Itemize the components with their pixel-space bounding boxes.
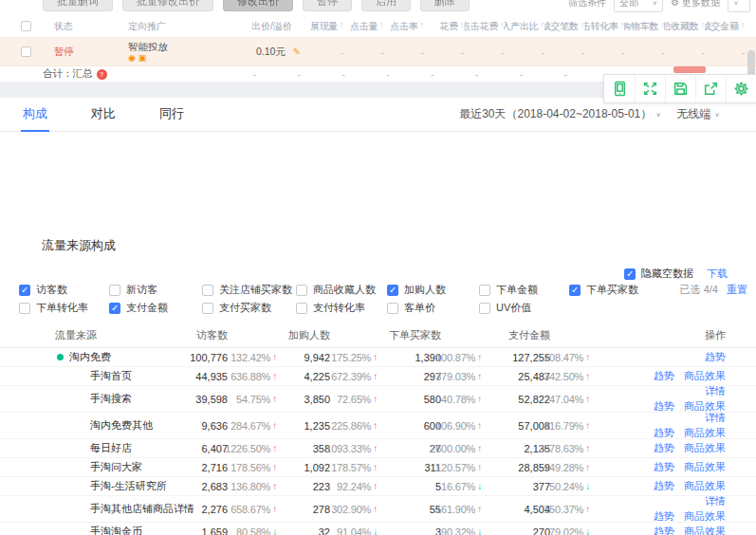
- chevron-down-icon: ∨: [655, 111, 661, 118]
- checkbox-icon[interactable]: [109, 285, 120, 296]
- ad-toolbar-button[interactable]: 修改出价: [223, 0, 293, 11]
- checkbox-icon[interactable]: [19, 303, 30, 314]
- metric-checkbox-item[interactable]: UV价值: [479, 301, 569, 315]
- pay-value: 28,859: [482, 462, 550, 473]
- op-link[interactable]: 趋势: [654, 441, 674, 455]
- image-tag-icon[interactable]: ▣: [138, 54, 147, 63]
- op-link[interactable]: 商品效果: [684, 369, 726, 383]
- checkbox-icon[interactable]: [479, 303, 490, 314]
- checkbox-icon[interactable]: [387, 303, 398, 314]
- tab-compare[interactable]: 对比: [91, 98, 116, 132]
- checkbox-icon[interactable]: [569, 285, 581, 296]
- ad-column-header[interactable]: 展现量↑: [304, 20, 343, 33]
- op-link[interactable]: 商品效果: [684, 426, 726, 440]
- more-data-label: ⚙ 更多数据: [671, 0, 720, 9]
- select-all-checkbox[interactable]: [21, 21, 31, 31]
- hide-empty-checkbox[interactable]: [624, 268, 636, 280]
- ad-column-header[interactable]: 投入产出比↑: [504, 20, 544, 33]
- help-icon[interactable]: ?: [97, 69, 107, 80]
- op-link[interactable]: 详情: [705, 494, 726, 508]
- plan-name[interactable]: 智能投放: [128, 42, 213, 52]
- checkbox-icon[interactable]: [202, 285, 213, 296]
- op-link[interactable]: 趋势: [654, 509, 674, 524]
- ad-toolbar-button[interactable]: 启用: [361, 0, 411, 11]
- cart-value: 32: [277, 526, 330, 535]
- visitors-value: 6,407: [152, 443, 228, 454]
- op-link[interactable]: 趋势: [654, 369, 674, 383]
- section-title: 流量来源构成: [42, 237, 116, 254]
- collapse-select[interactable]: ∨: [728, 0, 750, 12]
- metric-checkbox-item[interactable]: 客单价: [387, 301, 479, 315]
- play-circle-icon[interactable]: ◉: [128, 54, 136, 63]
- filter-select[interactable]: 全部 ∨: [614, 0, 663, 12]
- metric-checkbox-item[interactable]: 商品收藏人数: [296, 283, 387, 297]
- checkbox-icon[interactable]: [202, 303, 213, 314]
- reset-link[interactable]: 重置: [727, 284, 747, 295]
- checkbox-icon[interactable]: [296, 303, 307, 314]
- edit-pencil-icon[interactable]: ✎: [293, 46, 301, 57]
- fullscreen-icon[interactable]: [635, 75, 665, 102]
- tab-peers[interactable]: 同行: [159, 98, 184, 132]
- metric-checkbox-item[interactable]: 新访客: [109, 283, 202, 297]
- metric-checkbox-item[interactable]: 加购人数: [387, 283, 479, 297]
- background-red-button-fragment: [673, 66, 706, 73]
- checkbox-icon[interactable]: [479, 285, 490, 296]
- op-link[interactable]: 商品效果: [684, 479, 726, 493]
- ad-column-header[interactable]: 花费↑: [424, 20, 464, 33]
- visitors-value: 1,659: [152, 526, 228, 535]
- op-link[interactable]: 趋势: [705, 350, 726, 364]
- op-link[interactable]: 趋势: [654, 525, 674, 535]
- op-link[interactable]: 详情: [705, 411, 726, 425]
- metric-checkbox-item[interactable]: 支付金额: [109, 301, 202, 315]
- ad-toolbar-button[interactable]: 批量删词: [43, 0, 113, 11]
- date-range-select[interactable]: 最近30天（2018-04-02~2018-05-01） ∨: [459, 106, 661, 122]
- checkbox-icon[interactable]: [387, 285, 398, 296]
- checkbox-icon[interactable]: [296, 285, 307, 296]
- export-icon[interactable]: [695, 75, 726, 102]
- pay-value: 52,822: [482, 394, 550, 405]
- save-icon[interactable]: [665, 75, 695, 102]
- ad-toolbar-button[interactable]: 暂停: [303, 0, 352, 11]
- pay-value: 57,008: [482, 420, 550, 432]
- metric-checkbox-item[interactable]: 支付买家数: [202, 301, 296, 315]
- tab-composition[interactable]: 构成: [23, 98, 47, 132]
- ad-column-header[interactable]: 平均点击花费↑: [464, 20, 504, 33]
- ad-toolbar-button[interactable]: 批量修改出价: [122, 0, 213, 11]
- settings-icon[interactable]: [726, 75, 756, 102]
- metric-checkbox-item[interactable]: 下单买家数: [569, 283, 673, 297]
- ad-column-header[interactable]: 点击转化率↑: [584, 20, 624, 33]
- metric-checkbox-item[interactable]: 下单转化率: [19, 301, 109, 315]
- op-link[interactable]: 商品效果: [684, 441, 726, 455]
- pay-value: 127,255: [482, 352, 550, 363]
- traffic-table-header: 流量来源 访客数 加购人数 下单买家数 支付金额 操作: [0, 323, 756, 348]
- op-link[interactable]: 详情: [705, 384, 726, 398]
- visitors-value: 100,776: [152, 352, 228, 363]
- ad-column-header[interactable]: 总购物车数↑: [624, 20, 664, 33]
- table-row: 淘内免费100,776132.42%↑9,942175.25%↑1,390100…: [0, 348, 756, 367]
- mobile-icon[interactable]: [604, 75, 635, 102]
- ad-column-header[interactable]: 总成交金额↑: [705, 20, 745, 33]
- checkbox-icon[interactable]: [109, 303, 120, 314]
- metric-checkbox-item[interactable]: 访客数: [19, 283, 109, 297]
- metric-checkbox-item[interactable]: 下单金额: [479, 283, 569, 297]
- ad-toolbar-button[interactable]: 删除: [420, 0, 470, 11]
- op-link[interactable]: 趋势: [654, 426, 674, 440]
- cart-change: 91.04%↓: [330, 526, 378, 535]
- traffic-source-name: 淘内免费其他: [90, 418, 153, 433]
- visitors-value: 2,716: [152, 462, 228, 473]
- op-link[interactable]: 商品效果: [684, 509, 726, 524]
- ad-column-header[interactable]: 点击量↑: [343, 20, 383, 33]
- op-link[interactable]: 商品效果: [684, 460, 726, 474]
- row-checkbox[interactable]: [21, 46, 31, 57]
- metric-checkbox-item[interactable]: 支付转化率: [296, 301, 387, 315]
- ad-column-header[interactable]: 总收藏数↑: [664, 20, 704, 33]
- ad-column-header[interactable]: 点击率↑: [384, 20, 424, 33]
- terminal-select[interactable]: 无线端 ∨: [676, 106, 720, 122]
- checkbox-icon[interactable]: [19, 285, 30, 296]
- download-link[interactable]: 下载: [707, 267, 728, 281]
- metric-checkbox-item[interactable]: 关注店铺买家数: [202, 283, 296, 297]
- op-link[interactable]: 趋势: [654, 479, 674, 493]
- op-link[interactable]: 趋势: [654, 460, 674, 474]
- op-link[interactable]: 商品效果: [684, 525, 726, 535]
- ad-column-header[interactable]: 总成交笔数↑: [544, 20, 584, 33]
